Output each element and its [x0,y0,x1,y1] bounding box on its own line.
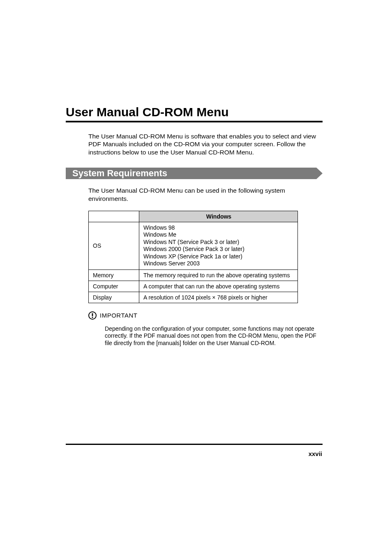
row-value-os: Windows 98 Windows Me Windows NT (Servic… [139,222,298,269]
table-column-header: Windows [139,211,298,222]
table-row: Memory The memory required to run the ab… [89,269,298,281]
title-rule [66,121,323,122]
important-text: Depending on the configuration of your c… [105,325,321,347]
section-header-bar: System Requirements [66,168,323,179]
table-row: Display A resolution of 1024 pixels × 76… [89,292,298,303]
table-row: Computer A computer that can run the abo… [89,281,298,292]
svg-rect-2 [92,317,93,318]
row-value-memory: The memory required to run the above ope… [139,269,298,281]
table-row: OS Windows 98 Windows Me Windows NT (Ser… [89,222,298,269]
row-label-os: OS [89,222,139,269]
row-label-memory: Memory [89,269,139,281]
row-label-display: Display [89,292,139,303]
section-intro: The User Manual CD-ROM Menu can be used … [88,187,323,203]
important-icon [88,311,97,320]
svg-rect-1 [92,313,93,316]
important-note: IMPORTANT Depending on the configuration… [88,311,323,347]
requirements-table: Windows OS Windows 98 Windows Me Windows… [88,211,298,303]
page-number: xxvii [309,450,322,457]
footer-rule [66,444,323,445]
important-label: IMPORTANT [100,312,137,319]
row-value-display: A resolution of 1024 pixels × 768 pixels… [139,292,298,303]
row-label-computer: Computer [89,281,139,292]
section-title: System Requirements [72,168,167,179]
page-title: User Manual CD-ROM Menu [66,105,323,119]
intro-paragraph: The User Manual CD-ROM Menu is software … [88,132,323,156]
row-value-computer: A computer that can run the above operat… [139,281,298,292]
table-corner-cell [89,211,139,222]
